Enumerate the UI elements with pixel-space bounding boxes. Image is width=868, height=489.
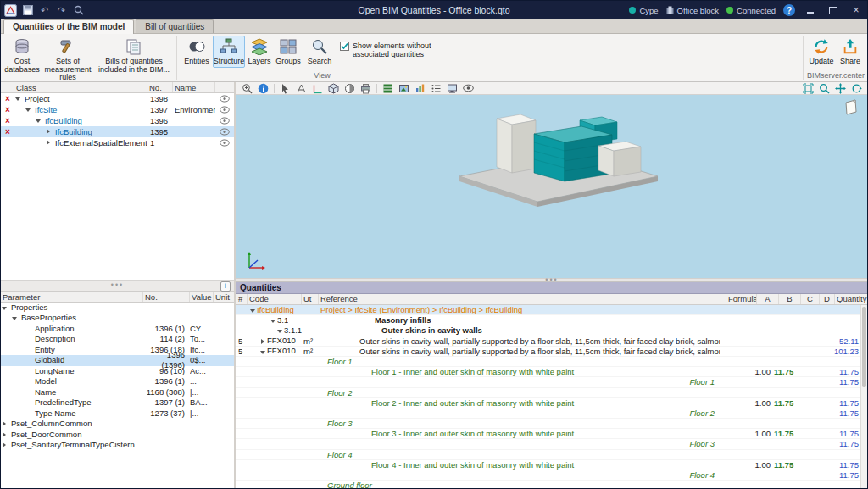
show-elements-checkbox[interactable]: Show elements without associated quantit… <box>340 42 460 58</box>
parameter-row[interactable]: Description 114 (2) To... <box>1 334 234 345</box>
chevron-icon[interactable] <box>45 126 53 137</box>
quantities-row[interactable]: Floor 3 <box>236 419 860 429</box>
maximize-button[interactable] <box>826 4 841 17</box>
chevron-icon[interactable] <box>25 345 32 356</box>
sheet-icon[interactable] <box>843 99 859 116</box>
chevron-icon[interactable] <box>45 137 53 148</box>
chevron-icon[interactable] <box>276 325 284 335</box>
parameter-row[interactable]: PredefinedType 1397 (1) BA... <box>1 397 234 408</box>
account-badge[interactable]: Cype <box>629 6 658 15</box>
chevron-icon[interactable] <box>25 104 32 115</box>
quantities-row[interactable]: Floor 1 <box>236 357 860 367</box>
parameter-row[interactable]: Entity 1396 (18) Ifc... <box>1 345 234 356</box>
quantities-row[interactable]: Floor 1 11.75 <box>236 377 860 387</box>
chevron-icon[interactable] <box>25 355 32 366</box>
undo-icon[interactable] <box>38 4 51 17</box>
chevron-icon[interactable] <box>1 303 8 314</box>
chevron-icon[interactable] <box>25 324 32 335</box>
quantities-row[interactable]: Floor 1 - Inner and outer skin of masonr… <box>236 367 860 377</box>
quantities-row[interactable]: 5 FFX010 m² Outer skins in cavity wall, … <box>236 347 860 357</box>
tab-quantities-of-bim-model[interactable]: Quantities of the BIM model <box>3 19 134 34</box>
measurement-rules-button[interactable]: Sets of measurement rules <box>41 36 95 84</box>
chevron-icon[interactable] <box>259 347 267 356</box>
zoom-window-icon[interactable] <box>240 82 254 94</box>
chevron-icon[interactable] <box>1 419 8 430</box>
chevron-icon[interactable] <box>249 305 257 314</box>
quantities-row[interactable]: 5 FFX010 m² Outer skins in cavity wall, … <box>236 336 860 347</box>
eye-icon[interactable] <box>215 139 234 147</box>
parameter-row[interactable]: Type Name 1273 (37) |... <box>1 408 234 420</box>
chevron-icon[interactable] <box>1 430 8 441</box>
parameter-row[interactable]: GlobalId 1396 (1396) 0$... <box>1 355 234 366</box>
cost-databases-button[interactable]: Cost databases <box>3 36 41 75</box>
chevron-icon[interactable] <box>248 450 255 459</box>
parameter-row[interactable]: BaseProperties <box>1 313 234 324</box>
visibility-icon[interactable] <box>461 82 476 94</box>
remove-icon[interactable] <box>1 126 14 137</box>
tab-bill-of-quantities[interactable]: Bill of quantities <box>136 19 214 33</box>
export-table-icon[interactable] <box>381 82 395 94</box>
select-icon[interactable] <box>278 82 292 94</box>
entities-button[interactable]: Entities <box>181 36 213 68</box>
eye-icon[interactable] <box>215 128 234 136</box>
remove-icon[interactable] <box>1 93 14 104</box>
vertical-scrollbar[interactable] <box>860 305 867 488</box>
remove-icon[interactable] <box>1 104 14 115</box>
parameter-row[interactable]: LongName 96 (10) Ac... <box>1 366 234 377</box>
scrollbar-thumb[interactable] <box>862 307 866 387</box>
layers-button[interactable]: Layers <box>245 36 274 68</box>
quantities-row[interactable]: 3.1.1 Outer skins in cavity walls <box>236 325 860 336</box>
tree-row[interactable]: IfcExternalSpatialElement 1 <box>1 137 234 148</box>
chevron-icon[interactable] <box>248 419 255 428</box>
remove-icon[interactable] <box>1 115 14 126</box>
chevron-icon[interactable] <box>248 429 255 438</box>
quantities-row[interactable]: Floor 4 - Inner and outer skin of masonr… <box>236 460 860 470</box>
export-image-icon[interactable] <box>397 82 411 94</box>
chevron-icon[interactable] <box>25 376 32 387</box>
chevron-icon[interactable] <box>270 315 277 325</box>
chevron-icon[interactable] <box>35 115 42 126</box>
zoom-extents-icon[interactable] <box>801 82 815 94</box>
quantities-row[interactable]: Floor 3 11.75 <box>236 439 860 449</box>
update-button[interactable]: Update <box>807 36 836 68</box>
export-list-icon[interactable] <box>429 82 443 94</box>
tree-row[interactable]: IfcBuilding 1396 <box>1 115 234 126</box>
chevron-icon[interactable] <box>248 439 255 448</box>
shadows-icon[interactable] <box>342 82 357 94</box>
parameter-row[interactable]: Application 1396 (1) CY... <box>1 324 234 335</box>
chevron-icon[interactable] <box>1 440 8 451</box>
info-icon[interactable] <box>256 82 270 94</box>
monitor-icon[interactable] <box>445 82 459 94</box>
parameter-row[interactable]: Pset_ColumnCommon <box>1 419 234 430</box>
quantities-row[interactable]: 3.1 Masonry infills <box>236 315 860 325</box>
minimize-button[interactable] <box>803 4 818 17</box>
splitter-handle[interactable]: ••• <box>545 275 558 284</box>
zoom-icon[interactable] <box>817 82 832 94</box>
eye-icon[interactable] <box>215 106 234 114</box>
help-button[interactable] <box>783 4 795 16</box>
chevron-icon[interactable] <box>11 313 19 324</box>
structure-button[interactable]: Structure <box>213 36 245 68</box>
share-button[interactable]: Share <box>836 36 865 68</box>
chevron-icon[interactable] <box>248 388 255 397</box>
orbit-icon[interactable] <box>849 82 864 94</box>
export-chart-icon[interactable] <box>413 82 427 94</box>
chevron-icon[interactable] <box>259 336 267 346</box>
parameter-row[interactable]: Pset_SanitaryTerminalTypeCistern <box>1 440 234 451</box>
measure-icon[interactable] <box>294 82 309 94</box>
quantities-row[interactable]: Ground floor <box>236 481 860 488</box>
quantities-row[interactable]: IfcBuilding Project > IfcSite (Environme… <box>236 305 860 315</box>
quantities-row[interactable]: Floor 2 11.75 <box>236 408 860 419</box>
project-badge[interactable]: Office block <box>666 6 719 15</box>
tree-row[interactable]: Project 1398 <box>1 93 234 104</box>
quantities-row[interactable]: Floor 3 - Inner and outer skin of masonr… <box>236 429 860 439</box>
splitter-handle[interactable]: ••• <box>111 281 124 289</box>
add-parameter-button[interactable]: + <box>220 281 231 292</box>
tree-row[interactable]: IfcBuilding 1395 <box>1 126 234 137</box>
chevron-icon[interactable] <box>248 357 255 366</box>
chevron-icon[interactable] <box>25 387 32 398</box>
parameter-row[interactable]: Name 1168 (308) |... <box>1 387 234 398</box>
cube-icon[interactable] <box>326 82 341 94</box>
left-splitter[interactable]: ••• + <box>1 280 234 292</box>
search-button[interactable]: Search <box>305 36 334 68</box>
